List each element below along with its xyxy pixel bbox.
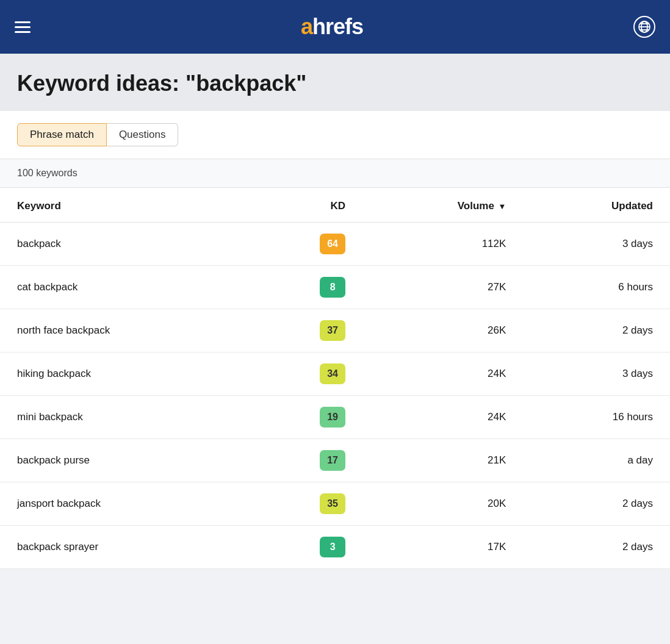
cell-volume: 20K — [362, 482, 523, 526]
cell-kd: 8 — [247, 266, 362, 309]
cell-volume: 112K — [362, 223, 523, 266]
keywords-count: 100 keywords — [17, 168, 77, 178]
table-row: backpack sprayer317K2 days — [0, 526, 670, 569]
cell-updated: 2 days — [523, 482, 670, 526]
page-title: Keyword ideas: "backpack" — [17, 71, 653, 96]
cell-kd: 19 — [247, 396, 362, 439]
table-row: mini backpack1924K16 hours — [0, 396, 670, 439]
keywords-table: Keyword KD Volume ▼ Updated backpack6411… — [0, 188, 670, 569]
cell-keyword: mini backpack — [0, 396, 247, 439]
cell-kd: 37 — [247, 309, 362, 352]
cell-keyword: hiking backpack — [0, 352, 247, 396]
col-header-volume[interactable]: Volume ▼ — [362, 188, 523, 223]
logo: ahrefs — [301, 14, 363, 40]
cell-keyword: backpack purse — [0, 439, 247, 482]
cell-updated: 16 hours — [523, 396, 670, 439]
logo-rest: hrefs — [312, 14, 363, 39]
table-row: backpack purse1721Ka day — [0, 439, 670, 482]
table-row: jansport backpack3520K2 days — [0, 482, 670, 526]
cell-volume: 24K — [362, 396, 523, 439]
cell-updated: 3 days — [523, 352, 670, 396]
tab-phrase-match[interactable]: Phrase match — [17, 123, 107, 146]
col-header-keyword: Keyword — [0, 188, 247, 223]
cell-keyword: jansport backpack — [0, 482, 247, 526]
kd-badge: 34 — [320, 363, 345, 384]
cell-keyword: backpack — [0, 223, 247, 266]
cell-updated: 2 days — [523, 309, 670, 352]
cell-volume: 26K — [362, 309, 523, 352]
menu-icon[interactable] — [15, 21, 31, 33]
cell-updated: 3 days — [523, 223, 670, 266]
cell-keyword: backpack sprayer — [0, 526, 247, 569]
tab-questions[interactable]: Questions — [107, 123, 179, 146]
cell-keyword: north face backpack — [0, 309, 247, 352]
cell-volume: 27K — [362, 266, 523, 309]
header: ahrefs — [0, 0, 670, 54]
table-row: north face backpack3726K2 days — [0, 309, 670, 352]
kd-badge: 35 — [320, 493, 345, 514]
table-row: backpack64112K3 days — [0, 223, 670, 266]
content-area: Phrase match Questions 100 keywords Keyw… — [0, 111, 670, 569]
col-header-updated: Updated — [523, 188, 670, 223]
col-header-kd: KD — [247, 188, 362, 223]
keywords-count-bar: 100 keywords — [0, 159, 670, 188]
kd-badge: 64 — [320, 234, 345, 254]
logo-a: a — [301, 14, 312, 39]
cell-kd: 17 — [247, 439, 362, 482]
volume-label: Volume — [458, 200, 494, 212]
cell-kd: 34 — [247, 352, 362, 396]
sort-arrow-icon: ▼ — [496, 202, 506, 211]
cell-kd: 35 — [247, 482, 362, 526]
cell-volume: 17K — [362, 526, 523, 569]
kd-badge: 3 — [320, 537, 345, 557]
kd-badge: 8 — [320, 277, 345, 298]
cell-updated: a day — [523, 439, 670, 482]
cell-kd: 3 — [247, 526, 362, 569]
cell-keyword: cat backpack — [0, 266, 247, 309]
table-header-row: Keyword KD Volume ▼ Updated — [0, 188, 670, 223]
cell-kd: 64 — [247, 223, 362, 266]
table-row: cat backpack827K6 hours — [0, 266, 670, 309]
table-row: hiking backpack3424K3 days — [0, 352, 670, 396]
cell-updated: 2 days — [523, 526, 670, 569]
cell-volume: 21K — [362, 439, 523, 482]
page-title-area: Keyword ideas: "backpack" — [0, 54, 670, 111]
cell-updated: 6 hours — [523, 266, 670, 309]
kd-badge: 19 — [320, 407, 345, 428]
kd-badge: 17 — [320, 450, 345, 471]
kd-badge: 37 — [320, 320, 345, 341]
tabs-bar: Phrase match Questions — [0, 111, 670, 159]
cell-volume: 24K — [362, 352, 523, 396]
globe-icon[interactable] — [633, 16, 655, 38]
